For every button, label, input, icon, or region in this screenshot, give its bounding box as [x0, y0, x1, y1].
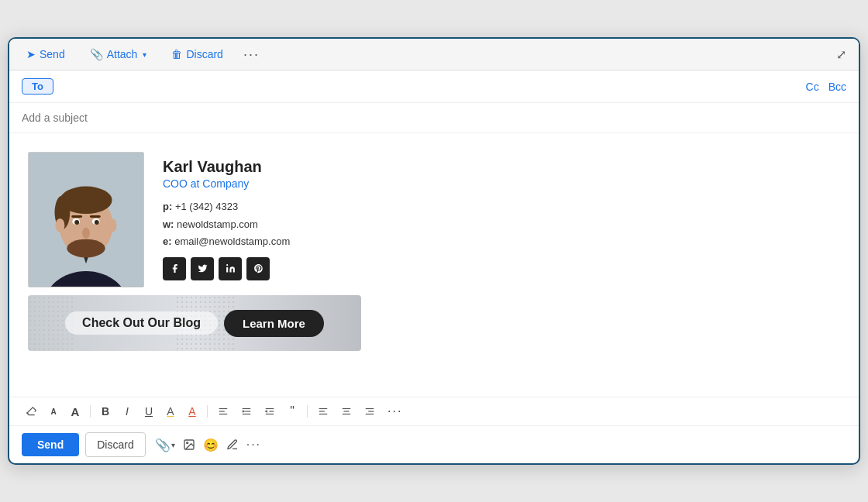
discard-icon: 🗑 [171, 48, 182, 60]
email-signature: Karl Vaughan COO at Company p: +1 (342) … [28, 152, 431, 351]
sig-phone: p: +1 (342) 4323 [163, 199, 290, 215]
sig-photo [28, 152, 144, 287]
to-label: To [32, 81, 43, 92]
top-toolbar: ➤ Send 📎 Attach ▾ 🗑 Discard ··· ⤢ [9, 39, 859, 70]
svg-point-8 [108, 218, 117, 232]
bottom-discard-button[interactable]: Discard [85, 432, 145, 457]
quote-button[interactable]: " [284, 402, 301, 421]
bold-button[interactable]: B [97, 403, 114, 420]
sig-top: Karl Vaughan COO at Company p: +1 (342) … [28, 152, 431, 287]
emoji-icon-button[interactable]: 😊 [203, 438, 219, 452]
cc-bcc-area: Cc Bcc [806, 81, 846, 93]
subject-row [9, 103, 859, 133]
to-input[interactable] [63, 81, 806, 93]
divider-2 [207, 405, 208, 418]
subject-input[interactable] [22, 112, 846, 124]
signature-icon [226, 438, 239, 451]
pinterest-button[interactable] [246, 257, 270, 280]
indent-increase-button[interactable] [260, 404, 279, 419]
attach-chevron-icon: ▾ [143, 50, 146, 59]
divider-3 [307, 405, 308, 418]
send-label: Send [40, 48, 65, 60]
more-options-button[interactable]: ··· [243, 46, 260, 63]
svg-rect-14 [71, 215, 82, 218]
website-value: newoldstamp.com [177, 218, 258, 230]
highlight-button[interactable]: A [162, 403, 179, 420]
paperclip-icon: 📎 [155, 438, 170, 452]
indent-decrease-button[interactable] [237, 404, 256, 419]
to-row: To Cc Bcc [9, 70, 859, 103]
expand-button[interactable]: ⤢ [836, 47, 846, 62]
eraser-button[interactable] [22, 404, 40, 419]
format-more-button[interactable]: ··· [384, 402, 406, 421]
phone-value: +1 (342) 4323 [175, 201, 238, 212]
svg-point-9 [67, 239, 105, 258]
expand-icon: ⤢ [836, 48, 846, 61]
font-size-increase-button[interactable]: A [67, 403, 84, 421]
svg-point-7 [56, 218, 65, 232]
svg-point-17 [226, 264, 228, 266]
align-right-button[interactable] [360, 404, 379, 419]
twitter-button[interactable] [191, 257, 214, 280]
discard-label: Discard [186, 48, 222, 60]
svg-point-16 [82, 228, 90, 239]
bottom-send-button[interactable]: Send [22, 433, 79, 456]
bcc-button[interactable]: Bcc [828, 81, 846, 93]
discard-button[interactable]: 🗑 Discard [167, 45, 227, 64]
divider-1 [90, 405, 91, 418]
align-left2-button[interactable] [314, 404, 332, 419]
send-button[interactable]: ➤ Send [22, 45, 70, 64]
email-label: e: [163, 236, 172, 247]
send-icon: ➤ [26, 48, 36, 60]
image-icon [183, 438, 195, 451]
more-dots-label: ··· [243, 46, 260, 62]
format-toolbar: A A B I U A A " ··· [9, 397, 859, 426]
align-center-button[interactable] [337, 404, 356, 419]
attach-icon-button[interactable]: 📎 ▾ [155, 438, 175, 452]
sig-banner: Check Out Our Blog Learn More [28, 295, 361, 351]
attach-icon: 📎 [90, 48, 103, 60]
email-body[interactable]: Karl Vaughan COO at Company p: +1 (342) … [9, 133, 859, 397]
font-color-button[interactable]: A [184, 403, 201, 420]
bottom-bar: Send Discard 📎 ▾ 😊 ··· [9, 426, 859, 463]
sig-title: COO at Company [163, 177, 290, 190]
website-label: w: [163, 218, 174, 230]
sig-socials [163, 257, 290, 280]
cc-button[interactable]: Cc [806, 81, 819, 93]
svg-rect-15 [90, 215, 101, 218]
to-badge[interactable]: To [22, 78, 53, 95]
align-left-button[interactable] [214, 404, 232, 419]
learn-more-button[interactable]: Learn More [224, 310, 324, 337]
facebook-button[interactable] [163, 257, 186, 280]
sig-email: e: email@newoldstamp.com [163, 234, 290, 249]
svg-point-12 [74, 220, 79, 225]
bottom-icons-area: 📎 ▾ 😊 ··· [155, 438, 261, 452]
svg-point-13 [95, 220, 99, 225]
sig-website: w: newoldstamp.com [163, 217, 290, 232]
attach-button[interactable]: 📎 Attach ▾ [85, 45, 152, 64]
signature-icon-button[interactable] [226, 438, 239, 451]
sig-info: Karl Vaughan COO at Company p: +1 (342) … [163, 152, 290, 280]
linkedin-button[interactable] [219, 257, 242, 280]
image-icon-button[interactable] [183, 438, 195, 451]
phone-label: p: [163, 201, 172, 212]
compose-window: ➤ Send 📎 Attach ▾ 🗑 Discard ··· ⤢ To Cc … [8, 37, 860, 465]
underline-button[interactable]: U [140, 403, 157, 420]
italic-button[interactable]: I [119, 403, 136, 420]
emoji-icon: 😊 [203, 438, 219, 452]
svg-point-37 [186, 442, 188, 444]
bottom-more-button[interactable]: ··· [246, 438, 261, 452]
banner-text: Check Out Our Blog [65, 311, 218, 335]
attach-label: Attach [107, 48, 138, 60]
bottom-more-dots: ··· [246, 438, 261, 452]
font-size-decrease-button[interactable]: A [45, 405, 62, 418]
attach-chevron-icon: ▾ [171, 441, 175, 449]
sig-name: Karl Vaughan [163, 158, 290, 176]
email-value: email@newoldstamp.com [174, 236, 290, 247]
